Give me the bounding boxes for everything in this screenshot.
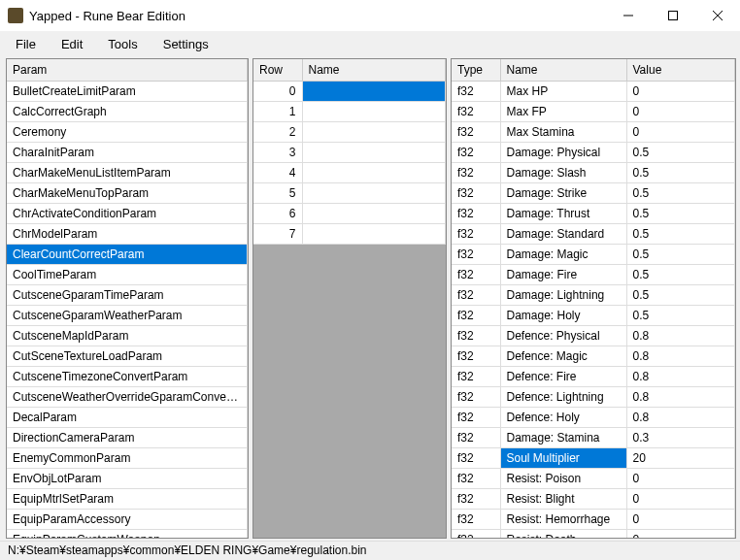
data-row[interactable]: 4 [253, 163, 446, 183]
field-value-cell[interactable]: 0.5 [626, 143, 735, 163]
field-type-cell[interactable]: f32 [452, 346, 500, 367]
param-row[interactable]: EquipParamCustomWeapon [7, 530, 248, 539]
field-name-cell[interactable]: Damage: Holy [500, 306, 626, 326]
param-cell[interactable]: BulletCreateLimitParam [7, 82, 248, 102]
field-name-cell[interactable]: Defence: Fire [500, 367, 626, 387]
data-row[interactable]: 7 [253, 224, 446, 245]
field-type-cell[interactable]: f32 [452, 163, 500, 183]
field-name-cell[interactable]: Defence: Magic [500, 346, 626, 367]
param-row[interactable]: CoolTimeParam [7, 265, 248, 285]
field-row[interactable]: f32Max HP0 [452, 82, 735, 102]
maximize-button[interactable] [651, 0, 695, 31]
param-row[interactable]: BulletCreateLimitParam [7, 82, 248, 102]
field-row[interactable]: f32Defence: Magic0.8 [452, 346, 735, 367]
data-row[interactable]: 5 [253, 183, 446, 204]
field-row[interactable]: f32Resist: Poison0 [452, 469, 735, 489]
param-cell[interactable]: EnemyCommonParam [7, 448, 248, 469]
param-row[interactable]: EquipMtrlSetParam [7, 489, 248, 510]
field-value-cell[interactable]: 0.5 [626, 285, 735, 306]
field-name-cell[interactable]: Defence: Lightning [500, 387, 626, 408]
field-row[interactable]: f32Damage: Slash0.5 [452, 163, 735, 183]
field-row[interactable]: f32Defence: Holy0.8 [452, 408, 735, 428]
param-row[interactable]: DecalParam [7, 408, 248, 428]
field-type-cell[interactable]: f32 [452, 224, 500, 245]
param-row[interactable]: CutsceneTimezoneConvertParam [7, 367, 248, 387]
param-cell[interactable]: CharMakeMenuListItemParam [7, 163, 248, 183]
field-value-cell[interactable]: 0.8 [626, 408, 735, 428]
row-number-cell[interactable]: 4 [253, 163, 302, 183]
field-value-cell[interactable]: 0.8 [626, 326, 735, 346]
rows-header-row[interactable]: Row [253, 59, 302, 82]
param-row[interactable]: ChrActivateConditionParam [7, 204, 248, 224]
field-value-cell[interactable]: 0 [626, 510, 735, 530]
param-cell[interactable]: CutsceneGparamWeatherParam [7, 306, 248, 326]
param-cell[interactable]: CutSceneTextureLoadParam [7, 346, 248, 367]
field-name-cell[interactable]: Max FP [500, 102, 626, 122]
field-row[interactable]: f32Damage: Stamina0.3 [452, 428, 735, 448]
menu-file[interactable]: File [4, 34, 48, 54]
field-value-cell[interactable]: 0.8 [626, 367, 735, 387]
field-type-cell[interactable]: f32 [452, 510, 500, 530]
row-name-cell[interactable] [302, 82, 446, 102]
param-cell[interactable]: CharaInitParam [7, 143, 248, 163]
field-row[interactable]: f32Defence: Physical0.8 [452, 326, 735, 346]
param-row[interactable]: ClearCountCorrectParam [7, 245, 248, 265]
param-cell[interactable]: CoolTimeParam [7, 265, 248, 285]
row-number-cell[interactable]: 6 [253, 204, 302, 224]
field-row[interactable]: f32Damage: Standard0.5 [452, 224, 735, 245]
field-row[interactable]: f32Resist: Blight0 [452, 489, 735, 510]
param-cell[interactable]: CalcCorrectGraph [7, 102, 248, 122]
param-cell[interactable]: CharMakeMenuTopParam [7, 183, 248, 204]
row-number-cell[interactable]: 5 [253, 183, 302, 204]
field-name-cell[interactable]: Resist: Poison [500, 469, 626, 489]
field-type-cell[interactable]: f32 [452, 489, 500, 510]
row-name-cell[interactable] [302, 102, 446, 122]
row-name-cell[interactable] [302, 183, 446, 204]
menu-tools[interactable]: Tools [96, 34, 149, 54]
row-name-cell[interactable] [302, 143, 446, 163]
field-type-cell[interactable]: f32 [452, 204, 500, 224]
field-row[interactable]: f32Damage: Magic0.5 [452, 245, 735, 265]
field-type-cell[interactable]: f32 [452, 143, 500, 163]
field-type-cell[interactable]: f32 [452, 102, 500, 122]
field-type-cell[interactable]: f32 [452, 448, 500, 469]
field-value-cell[interactable]: 0.5 [626, 224, 735, 245]
param-cell[interactable]: Ceremony [7, 122, 248, 143]
field-type-cell[interactable]: f32 [452, 387, 500, 408]
field-type-cell[interactable]: f32 [452, 530, 500, 539]
field-row[interactable]: f32Damage: Fire0.5 [452, 265, 735, 285]
field-type-cell[interactable]: f32 [452, 367, 500, 387]
field-row[interactable]: f32Damage: Lightning0.5 [452, 285, 735, 306]
menu-edit[interactable]: Edit [50, 34, 94, 54]
param-cell[interactable]: ClearCountCorrectParam [7, 245, 248, 265]
param-row[interactable]: CutSceneTextureLoadParam [7, 346, 248, 367]
field-name-cell[interactable]: Damage: Strike [500, 183, 626, 204]
field-value-cell[interactable]: 0 [626, 102, 735, 122]
field-row[interactable]: f32Resist: Death0 [452, 530, 735, 539]
field-type-cell[interactable]: f32 [452, 82, 500, 102]
param-row[interactable]: DirectionCameraParam [7, 428, 248, 448]
param-row[interactable]: EnvObjLotParam [7, 469, 248, 489]
field-name-cell[interactable]: Max Stamina [500, 122, 626, 143]
field-type-cell[interactable]: f32 [452, 306, 500, 326]
field-row[interactable]: f32Max Stamina0 [452, 122, 735, 143]
rows-header-name[interactable]: Name [302, 59, 446, 82]
field-name-cell[interactable]: Max HP [500, 82, 626, 102]
field-value-cell[interactable]: 0 [626, 469, 735, 489]
field-row[interactable]: f32Damage: Holy0.5 [452, 306, 735, 326]
param-cell[interactable]: EquipMtrlSetParam [7, 489, 248, 510]
param-row[interactable]: Ceremony [7, 122, 248, 143]
close-button[interactable] [695, 0, 740, 31]
data-row[interactable]: 2 [253, 122, 446, 143]
field-name-cell[interactable]: Defence: Physical [500, 326, 626, 346]
param-cell[interactable]: EnvObjLotParam [7, 469, 248, 489]
field-name-cell[interactable]: Damage: Fire [500, 265, 626, 285]
row-name-cell[interactable] [302, 224, 446, 245]
field-value-cell[interactable]: 0.8 [626, 346, 735, 367]
param-cell[interactable]: ChrActivateConditionParam [7, 204, 248, 224]
row-number-cell[interactable]: 1 [253, 102, 302, 122]
data-row[interactable]: 3 [253, 143, 446, 163]
minimize-button[interactable] [606, 0, 651, 31]
field-row[interactable]: f32Damage: Strike0.5 [452, 183, 735, 204]
field-name-cell[interactable]: Damage: Stamina [500, 428, 626, 448]
